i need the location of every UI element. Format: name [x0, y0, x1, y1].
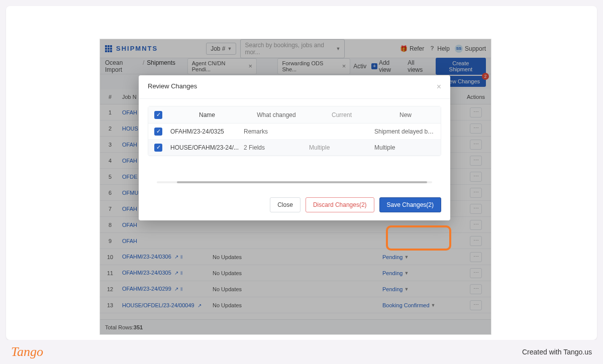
- search-placeholder: Search by bookings, jobs and mor...: [245, 42, 334, 56]
- external-link-icon[interactable]: ↗: [174, 286, 178, 292]
- row-actions-button[interactable]: ⋯: [470, 284, 482, 294]
- chevron-down-icon: ▼: [404, 287, 409, 292]
- close-icon[interactable]: ×: [248, 62, 252, 70]
- change-current: Multiple: [309, 144, 374, 151]
- row-index: 3: [100, 142, 120, 148]
- row-actions: ⋯: [461, 236, 491, 246]
- row-actions-button[interactable]: ⋯: [470, 220, 482, 230]
- breadcrumb-current: Shipments: [147, 59, 175, 73]
- job-link[interactable]: OFAH: [122, 206, 137, 212]
- close-icon[interactable]: ×: [342, 62, 346, 70]
- row-checkbox[interactable]: ✓: [154, 144, 162, 152]
- tracking-icon[interactable]: ⦀: [180, 270, 182, 276]
- row-actions-button[interactable]: ⋯: [470, 204, 482, 214]
- external-link-icon[interactable]: ↗: [174, 270, 178, 276]
- help-link[interactable]: ？ Help: [429, 44, 450, 53]
- job-link[interactable]: OFDE: [122, 174, 138, 180]
- create-shipment-button[interactable]: Create Shipment: [436, 58, 486, 75]
- status-dropdown[interactable]: Booking Confirmed▼: [382, 302, 461, 308]
- tab-forwarding-ods[interactable]: Forwarding ODS She... ×: [277, 58, 350, 74]
- row-actions-button[interactable]: ⋯: [470, 140, 482, 150]
- search-input[interactable]: Search by bookings, jobs and mor... ▼: [240, 39, 345, 58]
- row-actions-button[interactable]: ⋯: [470, 300, 482, 310]
- save-changes-button[interactable]: Save Changes(2): [379, 197, 441, 212]
- footer-bar: Total Rows: 351: [100, 319, 491, 334]
- add-view-button[interactable]: + Add view: [371, 59, 403, 73]
- row-index: 10: [100, 254, 120, 260]
- scrollbar-thumb[interactable]: [177, 181, 427, 183]
- col-current: Current: [309, 111, 374, 118]
- job-selector[interactable]: Job # ▼: [206, 43, 236, 55]
- job-link[interactable]: OFMU: [122, 190, 138, 196]
- external-link-icon[interactable]: ↗: [197, 303, 202, 308]
- status-dropdown[interactable]: Pending▼: [382, 270, 461, 276]
- tracking-icon[interactable]: ⦀: [180, 254, 182, 260]
- row-actions: ⋯: [461, 268, 491, 278]
- row-actions-button[interactable]: ⋯: [470, 236, 482, 246]
- close-button[interactable]: Close: [270, 197, 300, 212]
- select-all-checkbox[interactable]: ✓: [154, 111, 162, 119]
- job-link[interactable]: OFAH: [122, 109, 137, 115]
- col-new: New: [374, 111, 441, 118]
- col-what-changed: What changed: [244, 111, 309, 118]
- row-actions-button[interactable]: ⋯: [470, 172, 482, 182]
- breadcrumb: Ocean Import / Shipments: [105, 59, 175, 73]
- table-row: 9OFAH⋯: [100, 233, 491, 249]
- close-icon[interactable]: ×: [437, 82, 441, 91]
- discard-changes-button[interactable]: Discard Changes(2): [306, 197, 374, 212]
- external-link-icon[interactable]: ↗: [174, 254, 178, 260]
- chevron-down-icon: ▼: [404, 255, 409, 260]
- app-grid-icon[interactable]: [105, 45, 112, 52]
- table-row: 11OFAHM/23-24/0305↗⦀No UpdatesPending▼⋯: [100, 265, 491, 281]
- row-job: OFAH: [120, 238, 211, 244]
- help-icon: ？: [429, 44, 435, 53]
- row-index: 1: [100, 109, 120, 115]
- row-updates: No Updates: [211, 286, 306, 292]
- row-actions-button[interactable]: ⋯: [470, 124, 482, 134]
- change-what: Remarks: [244, 128, 309, 135]
- total-rows-label: Total Rows:: [105, 324, 134, 330]
- chevron-down-icon: ▼: [404, 271, 409, 276]
- row-checkbox[interactable]: ✓: [154, 128, 162, 136]
- change-what: 2 Fields: [244, 144, 309, 151]
- col-name: Name: [168, 111, 244, 118]
- row-index: 12: [100, 286, 120, 292]
- job-link[interactable]: OFAH: [122, 142, 137, 148]
- row-actions-button[interactable]: ⋯: [470, 156, 482, 166]
- job-link[interactable]: OFAH: [122, 158, 137, 164]
- all-views-link[interactable]: All views: [408, 59, 430, 73]
- job-link[interactable]: OFAHM/23-24/0306: [122, 254, 171, 260]
- row-actions-button[interactable]: ⋯: [470, 268, 482, 278]
- row-index: 6: [100, 190, 120, 196]
- tracking-icon[interactable]: ⦀: [180, 286, 182, 292]
- tab-agent-cn-dn[interactable]: Agent CN/DN Pendi... ×: [187, 58, 257, 74]
- horizontal-scrollbar[interactable]: [157, 181, 432, 183]
- job-link[interactable]: HOUS: [122, 126, 138, 132]
- support-link[interactable]: SS Support: [455, 45, 486, 53]
- status-dropdown[interactable]: Pending▼: [382, 254, 461, 260]
- job-link[interactable]: HOUSE/OFDEL/23-24/00049: [122, 302, 194, 308]
- col-actions: Actions: [461, 94, 491, 100]
- chevron-down-icon: ▼: [431, 303, 436, 308]
- row-status: Pending▼: [380, 254, 461, 260]
- change-new: Shipment delayed by 5 .: [374, 128, 441, 135]
- row-index: 2: [100, 126, 120, 132]
- status-dropdown[interactable]: Pending▼: [382, 286, 461, 292]
- row-index: 9: [100, 238, 120, 244]
- avatar: SS: [455, 45, 463, 53]
- row-index: 8: [100, 222, 120, 228]
- row-job: OFAHM/23-24/0305↗⦀: [120, 270, 211, 276]
- breadcrumb-item[interactable]: Ocean Import: [105, 59, 140, 73]
- row-actions-button[interactable]: ⋯: [470, 107, 482, 117]
- job-link[interactable]: OFAHM/23-24/0299: [122, 286, 171, 292]
- row-actions-button[interactable]: ⋯: [470, 188, 482, 198]
- job-link[interactable]: OFAH: [122, 222, 137, 228]
- change-name: OFAHM/23-24/0325: [168, 128, 244, 135]
- row-actions-button[interactable]: ⋯: [470, 252, 482, 262]
- job-link[interactable]: OFAHM/23-24/0305: [122, 270, 171, 276]
- viewbar: Ocean Import / Shipments Agent CN/DN Pen…: [100, 58, 491, 74]
- row-actions: ⋯: [461, 204, 491, 214]
- job-link[interactable]: OFAH: [122, 238, 137, 244]
- refer-link[interactable]: 🎁 Refer: [400, 45, 424, 52]
- table-row: 12OFAHM/23-24/0299↗⦀No UpdatesPending▼⋯: [100, 281, 491, 297]
